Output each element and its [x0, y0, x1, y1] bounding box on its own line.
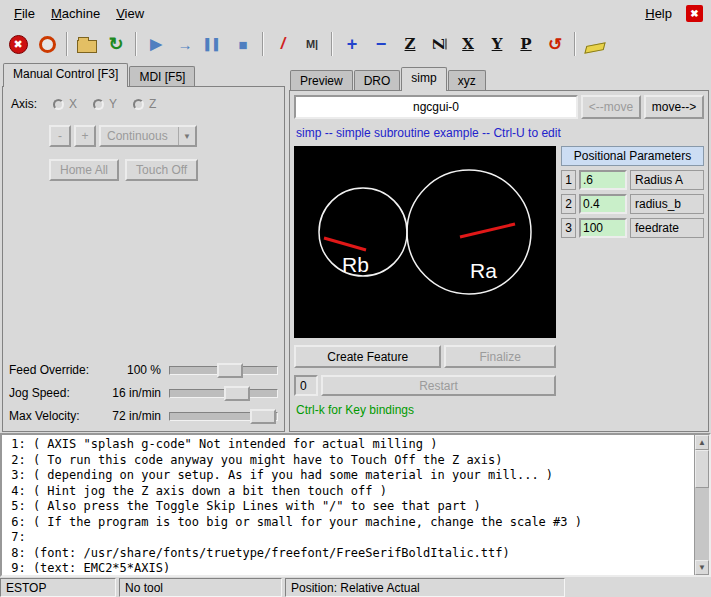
open-file-button[interactable] [73, 30, 101, 58]
jog-plus-button[interactable]: + [74, 125, 96, 147]
skip-lines-icon: / [281, 35, 285, 53]
gcode-line: 8: (font: /usr/share/fonts/truetype/free… [4, 546, 694, 562]
jog-row: - + Continuous ▼ [49, 125, 280, 147]
max-velocity-value: 72 in/min [97, 409, 169, 423]
axis-z-radio[interactable]: Z [133, 97, 156, 111]
create-feature-button[interactable]: Create Feature [294, 345, 441, 368]
rotated-top-view-button[interactable]: Z [425, 30, 453, 58]
param-row: 1 Radius A [561, 170, 704, 190]
axis-y-radio[interactable]: Y [93, 97, 117, 111]
slider-handle[interactable] [250, 409, 276, 424]
control-column: Manual Control [F3] MDI [F5] Axis: X Y Z… [0, 61, 287, 433]
radio-icon [53, 99, 64, 110]
radio-icon [133, 99, 144, 110]
front-view-button[interactable]: Y [483, 30, 511, 58]
move-right-button[interactable]: move--> [644, 95, 704, 119]
machine-power-button[interactable] [33, 30, 61, 58]
ngcgui-tab-name-input[interactable] [294, 95, 578, 119]
rotate-view-button[interactable]: ↺ [541, 30, 569, 58]
restart-count-input[interactable] [294, 375, 318, 396]
zoom-out-icon: − [376, 34, 387, 55]
gcode-text[interactable]: 1: ( AXIS "splash g-code" Not intended f… [2, 435, 694, 575]
side-view-button[interactable]: X [454, 30, 482, 58]
position-mode-status: Position: Relative Actual [285, 578, 565, 597]
menu-file[interactable]: File [6, 3, 43, 24]
touch-off-button[interactable]: Touch Off [125, 159, 198, 181]
menubar: File Machine View Help ✖ [0, 0, 711, 27]
stop-button[interactable]: ■ [229, 30, 257, 58]
scroll-up-icon[interactable]: ▲ [695, 435, 709, 450]
restart-row: Restart [294, 375, 556, 396]
jog-minus-button[interactable]: - [49, 125, 71, 147]
scrollbar-thumb[interactable] [695, 450, 709, 488]
tab-manual-control[interactable]: Manual Control [F3] [3, 63, 128, 87]
home-all-button[interactable]: Home All [49, 159, 119, 181]
param-1-input[interactable] [579, 170, 627, 190]
menu-view[interactable]: View [108, 3, 152, 24]
step-button[interactable]: → [171, 30, 199, 58]
jog-speed-slider[interactable] [169, 384, 278, 402]
slider-handle[interactable] [217, 363, 243, 378]
gcode-line: 5: ( Also press the Toggle Skip Lines wi… [4, 499, 694, 515]
axis-y-label: Y [109, 97, 117, 111]
run-button[interactable]: ▶ [142, 30, 170, 58]
zoom-in-button[interactable]: + [338, 30, 366, 58]
toolbar-separator [135, 32, 137, 56]
view-z-rotated-icon: Z [434, 35, 445, 53]
tab-dro[interactable]: DRO [354, 70, 401, 91]
tab-preview[interactable]: Preview [290, 70, 353, 91]
scroll-down-icon[interactable]: ▼ [695, 560, 709, 575]
perspective-view-button[interactable]: P [512, 30, 540, 58]
ngcgui-header-row: <--move move--> [294, 95, 704, 119]
top-view-button[interactable]: Z [396, 30, 424, 58]
restart-button[interactable]: Restart [321, 375, 556, 396]
status-bar: ESTOP No tool Position: Relative Actual [0, 577, 711, 597]
move-left-button[interactable]: <--move [581, 95, 641, 119]
gcode-scrollbar[interactable]: ▲ ▼ [694, 435, 709, 575]
finalize-button[interactable]: Finalize [444, 345, 556, 368]
pause-icon: ▌▌ [205, 38, 223, 50]
ngcgui-content-row: Rb Ra Positional Parameters 1 Radius A 2 [294, 146, 704, 338]
param-row: 3 feedrate [561, 218, 704, 238]
radio-icon [93, 99, 104, 110]
feature-buttons-row: Create Feature Finalize [294, 345, 556, 368]
toggle-optional-pause-button[interactable]: M| [298, 30, 326, 58]
gcode-line: 1: ( AXIS "splash g-code" Not intended f… [4, 437, 694, 453]
toggle-skip-lines-button[interactable]: / [269, 30, 297, 58]
stop-icon: ■ [238, 36, 247, 53]
param-3-name: feedrate [630, 218, 704, 238]
param-2-input[interactable] [579, 194, 627, 214]
param-3-number: 3 [561, 218, 576, 238]
subroutine-preview-canvas: Rb Ra [294, 146, 556, 338]
jog-speed-value: 16 in/min [97, 386, 169, 400]
main-area: Manual Control [F3] MDI [F5] Axis: X Y Z… [0, 61, 711, 433]
pause-button[interactable]: ▌▌ [200, 30, 228, 58]
menu-help[interactable]: Help [637, 3, 680, 24]
left-panel-spacer [7, 181, 280, 358]
zoom-out-button[interactable]: − [367, 30, 395, 58]
param-3-input[interactable] [579, 218, 627, 238]
axis-x-label: X [69, 97, 77, 111]
control-tabs: Manual Control [F3] MDI [F5] [0, 63, 287, 87]
radius-a-label: Ra [470, 259, 497, 282]
feed-override-slider[interactable] [169, 361, 278, 379]
zoom-in-icon: + [347, 34, 358, 55]
axis-x-radio[interactable]: X [53, 97, 77, 111]
max-velocity-slider[interactable] [169, 407, 278, 425]
positional-parameters-header: Positional Parameters [561, 146, 704, 166]
close-icon[interactable]: ✖ [686, 5, 703, 22]
estop-button[interactable]: ✖ [4, 30, 32, 58]
clear-plot-button[interactable] [581, 30, 609, 58]
slider-handle[interactable] [224, 386, 250, 401]
subroutine-description: simp -- simple subroutine example -- Ctr… [294, 119, 704, 145]
jog-mode-select[interactable]: Continuous ▼ [99, 125, 197, 147]
axis-window: File Machine View Help ✖ ✖ ↻ ▶ → ▌▌ ■ / … [0, 0, 711, 597]
gcode-display-area: 1: ( AXIS "splash g-code" Not intended f… [0, 433, 711, 577]
reload-button[interactable]: ↻ [102, 30, 130, 58]
gcode-line: 4: ( Hint jog the Z axis down a bit then… [4, 484, 694, 500]
menu-machine[interactable]: Machine [43, 3, 108, 24]
tab-xyz[interactable]: xyz [448, 70, 486, 91]
tab-mdi[interactable]: MDI [F5] [129, 66, 195, 87]
manual-control-panel: Axis: X Y Z - + Continuous ▼ Home All To… [2, 86, 285, 432]
tab-simp[interactable]: simp [401, 67, 446, 91]
